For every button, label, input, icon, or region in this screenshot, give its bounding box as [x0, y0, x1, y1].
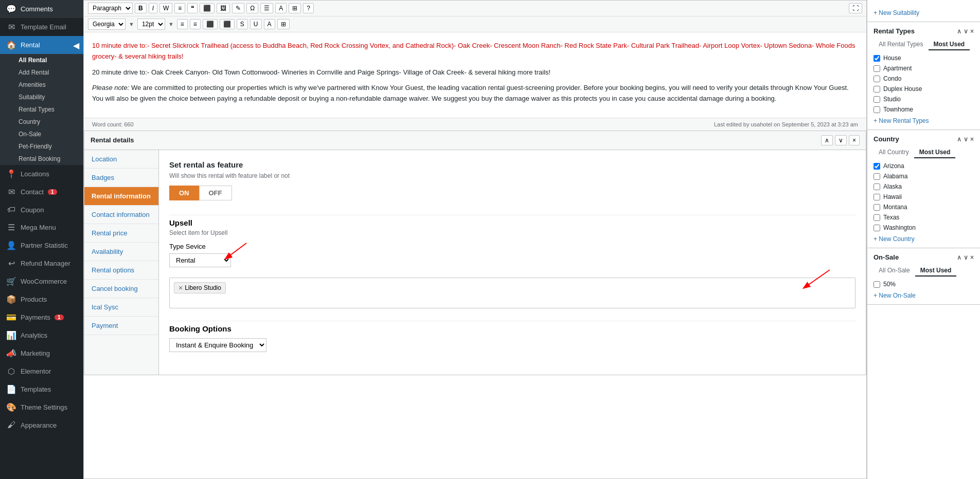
- sidebar-item-woocommerce[interactable]: 🛒 WooCommerce: [0, 272, 83, 290]
- tab-location[interactable]: Location: [84, 150, 158, 169]
- panel-close-btn[interactable]: ×: [849, 135, 860, 145]
- subscript-btn[interactable]: A: [264, 19, 275, 29]
- toggle-on-btn[interactable]: ON: [169, 186, 199, 200]
- tag-remove-btn[interactable]: ×: [179, 284, 183, 292]
- toolbar-quote-btn[interactable]: ❝: [187, 3, 198, 13]
- sidebar-item-templates[interactable]: 📄 Templates: [0, 380, 83, 398]
- panel-collapse-down-btn[interactable]: ∨: [835, 135, 847, 145]
- new-rental-types-link[interactable]: + New Rental Types: [874, 117, 974, 124]
- country-montana-checkbox[interactable]: [874, 204, 880, 211]
- on-sale-50[interactable]: 50%: [874, 281, 974, 288]
- font-size-select[interactable]: 12pt: [137, 19, 165, 30]
- align-justify-btn[interactable]: ⬛: [203, 19, 218, 29]
- toolbar-color-btn[interactable]: A: [275, 3, 287, 13]
- table2-btn[interactable]: ⊞: [277, 19, 290, 29]
- booking-select[interactable]: Instant & Enquire Booking Instant Bookin…: [169, 338, 266, 352]
- country-washington-checkbox[interactable]: [874, 225, 880, 231]
- sidebar-sub-add-rental[interactable]: Add Rental: [0, 66, 83, 79]
- rental-types-tab-most-used[interactable]: Most Used: [929, 39, 970, 50]
- toolbar-img-btn[interactable]: 🖼: [217, 3, 230, 13]
- country-hawaii-checkbox[interactable]: [874, 194, 880, 200]
- sidebar-item-refund-manager[interactable]: ↩ Refund Manager: [0, 254, 83, 272]
- tag-input-area[interactable]: × Libero Studio: [169, 278, 856, 308]
- country-texas-checkbox[interactable]: [874, 214, 880, 221]
- country-hawaii[interactable]: Hawaii: [874, 193, 974, 200]
- sidebar-item-partner-statistic[interactable]: 👤 Partner Statistic: [0, 236, 83, 254]
- on-sale-tab-all[interactable]: All On-Sale: [874, 265, 915, 277]
- rental-types-close-icon[interactable]: ×: [970, 28, 974, 35]
- rental-type-house[interactable]: House: [874, 54, 974, 62]
- rental-types-tab-all[interactable]: All Rental Types: [874, 39, 929, 50]
- rental-type-townhome[interactable]: Townhome: [874, 106, 974, 113]
- rental-type-townhome-checkbox[interactable]: [874, 106, 880, 113]
- rental-type-condo-checkbox[interactable]: [874, 76, 880, 82]
- editor-body[interactable]: 10 minute drive to:- Secret Slickrock Tr…: [84, 32, 866, 118]
- tab-badges[interactable]: Badges: [84, 169, 158, 187]
- strikethrough-btn[interactable]: S: [237, 19, 248, 29]
- toolbar-omega-btn[interactable]: Ω: [246, 3, 258, 13]
- toolbar-list2-btn[interactable]: ☰: [260, 3, 273, 13]
- rental-type-house-checkbox[interactable]: [874, 55, 880, 62]
- sidebar-item-appearance[interactable]: 🖌 Appearance: [0, 416, 83, 434]
- sidebar-sub-rental-booking[interactable]: Rental Booking: [0, 153, 83, 165]
- sidebar-item-contact[interactable]: ✉ Contact 1: [0, 183, 83, 201]
- country-down-icon[interactable]: ∨: [964, 136, 968, 143]
- toolbar-eraser-btn[interactable]: ✎: [232, 3, 244, 13]
- toolbar-table-btn[interactable]: ⊞: [289, 3, 301, 13]
- on-sale-50-checkbox[interactable]: [874, 281, 880, 288]
- tab-cancel-booking[interactable]: Cancel booking: [84, 280, 158, 298]
- bold-btn[interactable]: B: [135, 3, 147, 13]
- sidebar-item-products[interactable]: 📦 Products: [0, 290, 83, 308]
- tab-rental-price[interactable]: Rental price: [84, 224, 158, 243]
- on-sale-close-icon[interactable]: ×: [970, 254, 974, 261]
- sidebar-item-theme-settings[interactable]: 🎨 Theme Settings: [0, 398, 83, 416]
- toolbar-align-btn[interactable]: ⬛: [200, 3, 215, 13]
- toolbar-fullscreen-btn[interactable]: ⛶: [849, 3, 862, 13]
- sidebar-sub-amenities[interactable]: Amenities: [0, 79, 83, 91]
- type-service-select[interactable]: Rental Hotel Tour: [169, 253, 231, 267]
- country-texas[interactable]: Texas: [874, 214, 974, 221]
- tab-payment[interactable]: Payment: [84, 317, 158, 335]
- panel-collapse-up-btn[interactable]: ∧: [821, 135, 833, 145]
- toolbar-help-btn[interactable]: ?: [303, 3, 314, 13]
- on-sale-down-icon[interactable]: ∨: [964, 254, 968, 261]
- tab-rental-options[interactable]: Rental options: [84, 261, 158, 280]
- rental-type-duplex[interactable]: Duplex House: [874, 85, 974, 93]
- paragraph-select[interactable]: Paragraph: [88, 3, 133, 14]
- rental-type-apartment[interactable]: Apartment: [874, 65, 974, 72]
- sidebar-item-template-email[interactable]: ✉ Template Email: [0, 18, 83, 36]
- rental-type-apartment-checkbox[interactable]: [874, 65, 880, 72]
- align-center-btn[interactable]: ≡: [190, 19, 201, 29]
- align-left-btn[interactable]: ≡: [177, 19, 188, 29]
- country-alaska[interactable]: Alaska: [874, 183, 974, 190]
- tab-contact-information[interactable]: Contact information: [84, 206, 158, 224]
- sidebar-sub-suitability[interactable]: Suitability: [0, 91, 83, 103]
- sidebar-item-comments[interactable]: 💬 Comments: [0, 0, 83, 18]
- country-arizona-checkbox[interactable]: [874, 163, 880, 170]
- sidebar-item-marketing[interactable]: 📣 Marketing: [0, 344, 83, 362]
- country-alaska-checkbox[interactable]: [874, 183, 880, 190]
- tab-rental-information[interactable]: Rental information: [84, 187, 158, 206]
- sidebar-item-locations[interactable]: 📍 Locations: [0, 165, 83, 183]
- sidebar-item-mega-menu[interactable]: ☰ Mega Menu: [0, 218, 83, 236]
- rental-type-duplex-checkbox[interactable]: [874, 86, 880, 93]
- country-alabama[interactable]: Alabama: [874, 173, 974, 180]
- sidebar-item-analytics[interactable]: 📊 Analytics: [0, 326, 83, 344]
- rental-types-down-icon[interactable]: ∨: [964, 28, 968, 35]
- new-suitability-link[interactable]: + New Suitability: [874, 9, 974, 16]
- sidebar-sub-all-rental[interactable]: All Rental: [0, 54, 83, 66]
- toolbar-w-btn[interactable]: W: [159, 3, 172, 13]
- sidebar-sub-pet-friendly[interactable]: Pet-Friendly: [0, 140, 83, 153]
- tab-availability[interactable]: Availability: [84, 243, 158, 261]
- country-up-icon[interactable]: ∧: [957, 136, 961, 143]
- rental-type-condo[interactable]: Condo: [874, 75, 974, 82]
- rental-types-up-icon[interactable]: ∧: [957, 28, 961, 35]
- sidebar-item-payments[interactable]: 💳 Payments 1: [0, 308, 83, 326]
- country-montana[interactable]: Montana: [874, 204, 974, 211]
- italic-btn[interactable]: I: [149, 3, 157, 13]
- indent-btn[interactable]: ⬛: [220, 19, 235, 29]
- country-close-icon[interactable]: ×: [970, 136, 974, 143]
- sidebar-sub-onsale[interactable]: On-Sale: [0, 128, 83, 140]
- on-sale-tab-most-used[interactable]: Most Used: [915, 265, 957, 277]
- tab-ical-sync[interactable]: Ical Sysc: [84, 298, 158, 317]
